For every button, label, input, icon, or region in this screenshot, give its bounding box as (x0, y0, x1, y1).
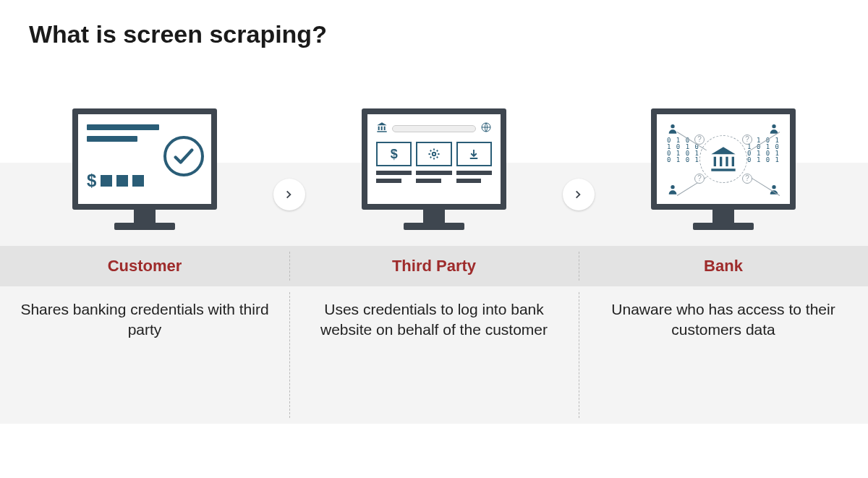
monitor-row: $ (0, 163, 868, 246)
diagram-stage: $ (0, 163, 868, 424)
question-icon: ? (742, 174, 752, 184)
password-block-icon (101, 175, 112, 187)
password-block-icon (116, 175, 128, 187)
person-icon (667, 123, 678, 135)
bank-monitor: 0 1 0 1 1 0 1 0 0 1 0 1 0 1 0 1 0 1 0 1 … (651, 108, 796, 230)
svg-point-3 (772, 124, 775, 128)
bank-label: Bank (593, 246, 854, 286)
svg-point-5 (772, 185, 775, 189)
third-party-label: Third Party (304, 246, 564, 286)
chevron-right-icon (273, 179, 305, 210)
bank-mini-icon (376, 121, 388, 136)
bank-building-icon (699, 135, 747, 183)
form-lines-icon (87, 124, 159, 148)
url-bar-icon (392, 125, 476, 132)
question-icon: ? (694, 174, 705, 184)
dollar-card-icon: $ (376, 142, 412, 166)
question-icon: ? (742, 135, 752, 145)
person-icon (667, 184, 678, 195)
checkmark-circle-icon (163, 136, 204, 176)
customer-monitor: $ (72, 108, 217, 230)
chevron-right-icon (563, 179, 595, 210)
gear-card-icon (416, 142, 451, 166)
question-icon: ? (694, 135, 705, 145)
svg-point-1 (433, 153, 436, 156)
content-lines-icon (376, 171, 492, 187)
diagram-title: What is screen scraping? (0, 0, 868, 48)
password-block-icon (132, 175, 144, 187)
third-party-monitor: $ (362, 108, 506, 230)
description-row: Shares banking credentials with third pa… (0, 286, 868, 424)
svg-point-2 (671, 124, 674, 128)
svg-point-4 (671, 185, 674, 189)
label-row: Customer Third Party Bank (0, 246, 868, 286)
customer-label: Customer (14, 246, 275, 286)
dollar-icon: $ (87, 171, 96, 191)
customer-description: Shares banking credentials with third pa… (14, 286, 275, 341)
bank-description: Unaware who has access to their customer… (593, 286, 854, 341)
globe-icon (480, 121, 492, 136)
download-card-icon (456, 142, 492, 166)
third-party-description: Uses credentials to log into bank websit… (304, 286, 564, 341)
